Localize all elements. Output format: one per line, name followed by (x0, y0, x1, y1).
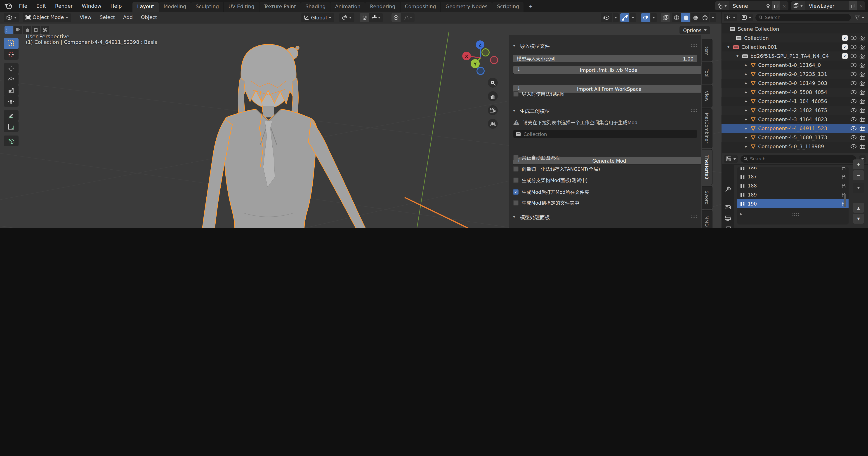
transform-orientation-dropdown[interactable]: Global (301, 13, 334, 22)
tab-render-icon[interactable] (724, 204, 732, 211)
outliner-row-component[interactable]: ▸ Component-4-3_4164_4823 (721, 115, 868, 124)
outliner-row-component[interactable]: ▸ Component-4-5_1680_1173 (721, 133, 868, 142)
vertex-group-row[interactable]: 189 (737, 190, 848, 199)
outliner-row-component[interactable]: ▸ Component-4-2_1482_4675 (721, 106, 868, 115)
delete-scene-button[interactable]: × (780, 1, 788, 10)
show-gizmo-toggle[interactable] (620, 13, 629, 22)
editor-type-button[interactable] (4, 13, 20, 22)
show-object-types-dropdown[interactable] (613, 13, 619, 22)
outliner-display-mode-button[interactable] (740, 14, 753, 21)
viewlayer-selector[interactable]: ViewLayer × (791, 1, 865, 10)
collection-input[interactable]: Collection (513, 130, 697, 138)
camera-visibility-toggle[interactable] (860, 108, 865, 113)
list-scrollbar[interactable] (844, 194, 846, 207)
workspace-tab-animation[interactable]: Animation (331, 2, 365, 12)
checkbox-off[interactable] (513, 91, 519, 96)
shape-keys-header[interactable]: ▾ Shape Keys (726, 227, 864, 228)
vgroup-move-down-button[interactable]: ▼ (853, 214, 864, 224)
select-mode-invert[interactable] (32, 26, 40, 34)
unlock-icon[interactable] (841, 174, 846, 179)
list-expand-icon[interactable]: ▶ (740, 212, 743, 216)
panel-grip[interactable] (690, 215, 697, 218)
expand-icon[interactable]: ▾ (727, 45, 732, 49)
menu-object[interactable]: Object (137, 14, 161, 20)
vertex-group-row[interactable]: 188 (737, 181, 848, 190)
workspace-tab-rendering[interactable]: Rendering (366, 2, 400, 12)
expand-icon[interactable]: ▸ (745, 99, 749, 103)
workspace-tab-sculpting[interactable]: Sculpting (191, 2, 223, 12)
select-mode-intersect[interactable] (41, 26, 49, 34)
expand-icon[interactable]: ▸ (745, 63, 749, 67)
camera-visibility-toggle[interactable] (860, 117, 865, 122)
properties-editor-type-button[interactable] (724, 155, 738, 162)
section-generate-header[interactable]: ▾ 生成二创模型 (513, 107, 697, 114)
proportional-falloff-dropdown[interactable] (401, 13, 414, 22)
vertex-group-row-selected[interactable]: 190 (737, 199, 848, 208)
viewlayer-browse-button[interactable] (791, 1, 805, 10)
camera-visibility-toggle[interactable] (860, 144, 865, 149)
workspace-tab-uv-editing[interactable]: UV Editing (224, 2, 259, 12)
workspace-tab-layout[interactable]: Layout (133, 2, 159, 12)
select-mode-new[interactable] (4, 26, 13, 34)
panel-grip[interactable] (690, 44, 697, 47)
expand-icon[interactable]: ▸ (745, 135, 749, 139)
workspace-tab-texture-paint[interactable]: Texture Paint (259, 2, 301, 12)
snap-target-dropdown[interactable] (369, 13, 383, 22)
shading-wireframe-button[interactable] (672, 13, 681, 22)
collection-checkbox[interactable]: ✓ (842, 35, 848, 41)
tool-add-cube[interactable] (4, 135, 19, 146)
camera-visibility-toggle[interactable] (860, 126, 865, 131)
camera-visibility-toggle[interactable] (860, 72, 865, 76)
outliner-row-scene-collection[interactable]: Scene Collection (722, 24, 868, 33)
menu-help[interactable]: Help (106, 0, 126, 12)
tool-move[interactable] (4, 63, 19, 74)
mode-dropdown[interactable]: Object Mode (23, 13, 71, 22)
camera-visibility-toggle[interactable] (860, 63, 865, 68)
hide-eye-toggle[interactable] (850, 90, 857, 94)
overlays-dropdown[interactable] (651, 13, 657, 22)
checkbox-off[interactable] (513, 166, 519, 171)
collection-checkbox[interactable]: ✓ (842, 44, 848, 50)
menu-window[interactable]: Window (77, 0, 106, 12)
section-import-header[interactable]: ▾ 导入模型文件 (513, 41, 697, 49)
expand-icon[interactable]: ▸ (745, 81, 749, 85)
vgroup-remove-button[interactable]: − (853, 170, 864, 180)
blender-logo[interactable] (4, 2, 13, 9)
toggle-grid-button[interactable] (488, 119, 498, 129)
menu-file[interactable]: File (14, 0, 32, 12)
tool-transform[interactable] (4, 96, 19, 107)
scene-selector[interactable]: Scene × (715, 1, 788, 10)
checkbox-off[interactable] (513, 177, 519, 183)
camera-view-button[interactable] (488, 105, 498, 115)
outliner-row-component-selected[interactable]: ▸ Component-4-4_64911_523 (721, 124, 868, 133)
new-scene-button[interactable] (772, 1, 780, 10)
outliner-row-component[interactable]: ▸ Component-4-0_5508_4054 (721, 88, 868, 97)
pin-icon[interactable] (764, 1, 772, 10)
tab-output-icon[interactable] (724, 215, 732, 222)
menu-edit[interactable]: Edit (32, 0, 51, 12)
checkbox-off[interactable] (513, 155, 519, 160)
collection-checkbox[interactable]: ✓ (842, 53, 848, 59)
new-viewlayer-button[interactable] (849, 1, 857, 10)
shading-solid-button[interactable] (681, 13, 690, 22)
hide-eye-toggle[interactable] (850, 108, 857, 112)
sidebar-tab-matcombiner[interactable]: MatCombiner (702, 108, 712, 148)
hide-eye-toggle[interactable] (850, 63, 857, 67)
camera-visibility-toggle[interactable] (860, 99, 865, 104)
hide-eye-toggle[interactable] (850, 36, 857, 40)
orientation-gizmo[interactable]: Z X Y (459, 34, 504, 84)
camera-visibility-toggle[interactable] (860, 35, 865, 40)
checkbox-off[interactable] (513, 200, 519, 205)
hide-eye-toggle[interactable] (850, 45, 857, 49)
section-process-header[interactable]: ▾ 模型处理面板 (513, 213, 697, 221)
shading-material-button[interactable] (691, 13, 700, 22)
sidebar-tab-theherta3[interactable]: TheHerta3 (702, 149, 712, 185)
list-resize-grip[interactable] (792, 213, 799, 216)
expand-icon[interactable]: ▸ (745, 144, 749, 149)
tool-select-box[interactable] (4, 38, 19, 49)
show-overlays-toggle[interactable] (641, 13, 650, 22)
outliner-row-component[interactable]: ▸ Component-5-0_3_118989 (721, 142, 868, 151)
expand-icon[interactable]: ▸ (745, 108, 749, 112)
gizmo-dropdown[interactable] (630, 13, 636, 22)
hide-eye-toggle[interactable] (850, 99, 857, 103)
